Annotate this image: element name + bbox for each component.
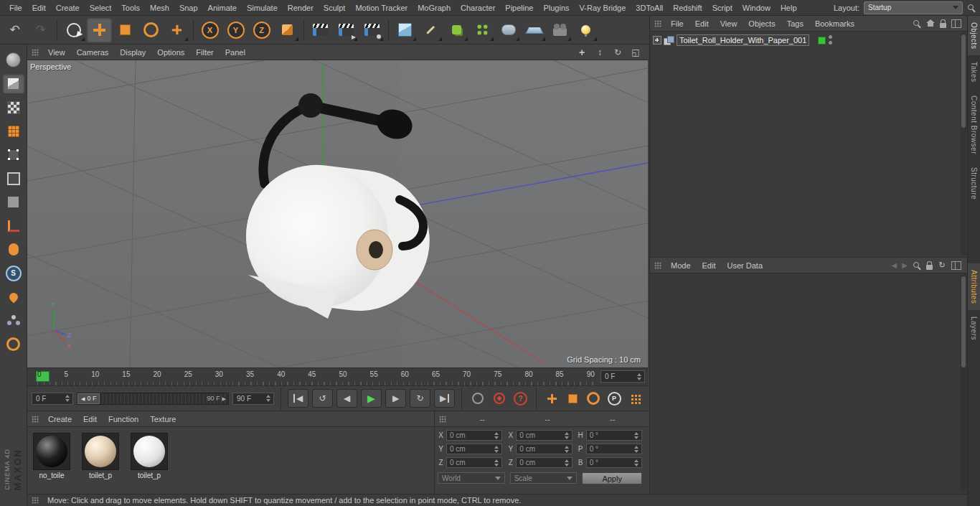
apply-button[interactable]: Apply	[582, 472, 642, 484]
lock-icon[interactable]	[926, 265, 933, 270]
stepper-icon[interactable]	[493, 446, 500, 453]
spline-pen-button[interactable]	[418, 17, 443, 42]
stepper-icon[interactable]	[64, 395, 71, 402]
rotation-p-field[interactable]: 0 °	[586, 444, 642, 454]
record-parameter-toggle[interactable]: P	[606, 390, 623, 406]
stepper-icon[interactable]	[633, 459, 640, 467]
rotation-h-field[interactable]: 0 °	[586, 430, 642, 441]
stepper-icon[interactable]	[563, 459, 570, 467]
prev-key-button[interactable]: ↺	[312, 389, 333, 408]
om-menu-objects[interactable]: Objects	[743, 16, 781, 32]
vp-menu-panel[interactable]: Panel	[220, 44, 251, 60]
menu-item-plugins[interactable]: Plugins	[538, 0, 574, 16]
menu-item-mograph[interactable]: MoGraph	[413, 0, 456, 16]
render-settings-button[interactable]	[359, 17, 385, 42]
object-tree[interactable]: Toilet_Roll_Holder_With_Paper_001	[650, 32, 967, 257]
size-y-field[interactable]: 0 cm	[516, 444, 572, 454]
search-icon[interactable]	[967, 4, 976, 12]
vp-menu-options[interactable]: Options	[151, 44, 190, 60]
stepper-icon[interactable]	[493, 459, 500, 467]
keyframe-help-button[interactable]: ?	[512, 390, 529, 407]
stepper-icon[interactable]	[633, 446, 640, 453]
next-frame-button[interactable]: ▶	[385, 389, 406, 408]
camera-button[interactable]	[547, 17, 573, 42]
drag-handle-icon[interactable]	[654, 262, 661, 269]
lock-z-button[interactable]: Z	[249, 17, 274, 42]
polygons-mode-button[interactable]	[3, 192, 24, 212]
size-x-field[interactable]: 0 cm	[516, 430, 572, 441]
orbit-view-button[interactable]: ↻	[611, 46, 624, 59]
panel-layout-icon[interactable]	[951, 19, 961, 28]
position-z-field[interactable]: 0 cm	[446, 457, 502, 468]
paint-tool-button[interactable]	[3, 287, 24, 306]
menu-item-script[interactable]: Script	[707, 0, 738, 16]
record-rotation-toggle[interactable]	[585, 390, 602, 406]
stepper-icon[interactable]	[563, 432, 570, 439]
deformer-button[interactable]	[496, 17, 521, 42]
menu-item-window[interactable]: Window	[738, 0, 776, 16]
panel-layout-icon[interactable]	[951, 261, 961, 270]
menu-item-help[interactable]: Help	[776, 0, 802, 16]
tab-layers[interactable]: Layers	[968, 310, 980, 347]
timeline-power-slider[interactable]: ◀ 0 F 90 F ▶	[77, 393, 229, 405]
live-selection-button[interactable]	[61, 17, 86, 42]
search-icon[interactable]	[913, 19, 921, 28]
record-keyframe-button[interactable]	[468, 390, 486, 407]
coordinate-system-button[interactable]	[275, 17, 300, 42]
workplane-mode-button[interactable]	[3, 121, 24, 141]
tab-takes[interactable]: Takes	[968, 55, 980, 89]
mat-menu-edit[interactable]: Edit	[77, 411, 103, 427]
tab-structure[interactable]: Structure	[968, 161, 980, 206]
menu-item-create[interactable]: Create	[51, 0, 85, 16]
search-icon[interactable]	[913, 261, 921, 270]
dolly-view-button[interactable]: ↕	[593, 46, 606, 59]
lock-y-button[interactable]: Y	[223, 17, 248, 42]
menu-item-simulate[interactable]: Simulate	[242, 0, 283, 16]
menu-item-animate[interactable]: Animate	[203, 0, 242, 16]
subdivision-surface-button[interactable]	[444, 17, 469, 42]
drag-handle-icon[interactable]	[32, 497, 39, 504]
cloner-button[interactable]	[470, 17, 495, 42]
object-row[interactable]: Toilet_Roll_Holder_With_Paper_001	[653, 34, 967, 46]
stepper-icon[interactable]	[493, 432, 500, 439]
am-menu-edit[interactable]: Edit	[697, 258, 722, 273]
menu-item-v-ray-bridge[interactable]: V-Ray Bridge	[575, 0, 631, 16]
autokey-button[interactable]	[490, 390, 508, 407]
edges-mode-button[interactable]	[3, 169, 24, 188]
sync-icon[interactable]: ↻	[938, 261, 946, 270]
material-item[interactable]: toilet_p	[82, 433, 119, 479]
make-editable-button[interactable]	[3, 50, 24, 70]
menu-item-render[interactable]: Render	[283, 0, 319, 16]
editor-visibility-dot[interactable]	[829, 35, 832, 39]
menu-item-3dtoall[interactable]: 3DToAll	[631, 0, 668, 16]
am-scrollbar[interactable]	[961, 275, 966, 492]
object-icon[interactable]	[664, 36, 674, 45]
mat-menu-texture[interactable]: Texture	[144, 411, 182, 427]
light-button[interactable]	[573, 17, 598, 42]
om-scrollbar[interactable]	[961, 33, 966, 256]
material-thumbnail[interactable]	[131, 433, 168, 470]
mat-menu-function[interactable]: Function	[103, 411, 144, 427]
lock-x-button[interactable]: X	[197, 17, 222, 42]
pan-view-button[interactable]: +	[575, 46, 588, 59]
timeline-ruler[interactable]: 0 5 10 15 20 25 30 35 40 45 50 55 60 65 …	[27, 367, 648, 385]
tab-attributes[interactable]: Attributes	[968, 263, 980, 310]
stepper-icon[interactable]	[563, 446, 570, 453]
scale-tool-button[interactable]	[113, 17, 138, 42]
mat-menu-create[interactable]: Create	[42, 411, 77, 427]
move-tool-button[interactable]	[87, 17, 112, 42]
home-icon[interactable]	[926, 19, 935, 27]
layer-color-tag[interactable]	[818, 37, 826, 44]
viewport-canvas[interactable]: Y Z X Perspective Grid Spacing : 10 cm	[27, 60, 648, 367]
next-key-button[interactable]: ↻	[410, 389, 430, 408]
camera-label[interactable]: Perspective	[30, 62, 71, 71]
menu-item-pipeline[interactable]: Pipeline	[500, 0, 538, 16]
play-button[interactable]: ▶	[361, 389, 382, 408]
stepper-icon[interactable]	[633, 432, 640, 439]
enable-snap-button[interactable]	[3, 334, 24, 354]
vp-menu-display[interactable]: Display	[114, 44, 151, 60]
menu-item-file[interactable]: File	[4, 0, 27, 16]
record-position-toggle[interactable]	[543, 390, 560, 406]
lock-icon[interactable]	[940, 23, 946, 28]
stepper-icon[interactable]	[636, 373, 643, 380]
